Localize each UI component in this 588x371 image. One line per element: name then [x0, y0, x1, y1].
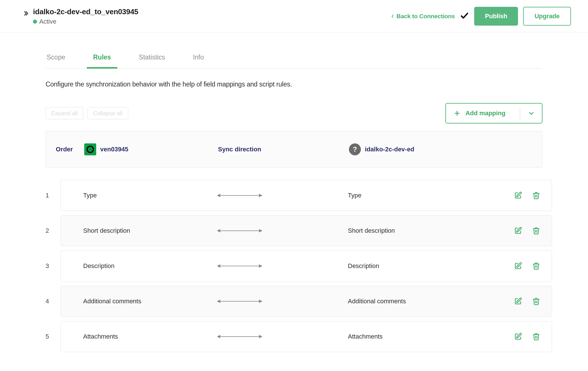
svg-marker-18 — [259, 335, 262, 338]
edit-icon[interactable] — [514, 262, 522, 270]
header-left: idalko-2c-dev-ed_to_ven03945 Active — [23, 7, 138, 25]
add-mapping-button[interactable]: Add mapping — [445, 103, 542, 123]
mapping-row[interactable]: 1TypeType — [46, 180, 542, 211]
svg-point-3 — [89, 148, 92, 151]
row-order: 4 — [46, 298, 49, 305]
target-field: Additional comments — [348, 298, 479, 305]
mapping-row[interactable]: 3DescriptionDescription — [46, 250, 542, 282]
source-field: Attachments — [83, 333, 217, 340]
sync-direction-arrow-icon — [217, 263, 348, 269]
mapping-card[interactable]: Short descriptionShort description — [60, 215, 552, 246]
back-label: Back to Connections — [396, 13, 455, 20]
col-order-label: Order — [56, 146, 84, 153]
trash-icon[interactable] — [532, 333, 540, 341]
tabs: Scope Rules Statistics Info — [46, 50, 542, 69]
status-row: Active — [33, 18, 138, 25]
sync-direction-arrow-icon — [217, 334, 348, 339]
page-title: idalko-2c-dev-ed_to_ven03945 — [33, 7, 138, 16]
svg-marker-15 — [259, 300, 262, 303]
svg-marker-6 — [259, 194, 262, 197]
tab-info[interactable]: Info — [192, 50, 205, 68]
svg-marker-8 — [217, 229, 220, 232]
row-order: 3 — [46, 262, 49, 270]
header-right: Back to Connections Publish Upgrade — [391, 7, 571, 26]
mapping-row[interactable]: 4Additional commentsAdditional comments — [46, 286, 542, 317]
target-app-icon: ? — [349, 143, 361, 155]
svg-marker-5 — [217, 194, 220, 197]
title-block: idalko-2c-dev-ed_to_ven03945 Active — [33, 7, 138, 25]
trash-icon[interactable] — [532, 297, 540, 305]
mapping-table-header: Order ven03945 Sync direction ? idalko-2… — [46, 131, 542, 168]
svg-marker-17 — [217, 335, 220, 338]
svg-marker-11 — [217, 264, 220, 268]
back-to-connections-link[interactable]: Back to Connections — [391, 13, 455, 20]
edit-icon[interactable] — [514, 227, 522, 235]
divider — [520, 108, 520, 119]
row-actions — [479, 297, 541, 305]
mapping-row[interactable]: 2Short descriptionShort description — [46, 215, 542, 246]
sync-direction-arrow-icon — [217, 228, 348, 234]
row-order: 1 — [46, 192, 49, 199]
expand-all-button[interactable]: Expand all — [46, 107, 83, 119]
publish-button[interactable]: Publish — [474, 7, 518, 26]
mapping-card[interactable]: DescriptionDescription — [60, 250, 552, 282]
trash-icon[interactable] — [532, 227, 540, 235]
sync-direction-arrow-icon — [217, 298, 348, 304]
tab-rules[interactable]: Rules — [92, 50, 112, 68]
source-field: Short description — [83, 227, 217, 234]
status-dot-icon — [33, 20, 37, 24]
tab-statistics[interactable]: Statistics — [138, 50, 166, 68]
col-direction-label: Sync direction — [218, 146, 349, 153]
source-app-icon — [84, 143, 96, 155]
col-target: ? idalko-2c-dev-ed — [349, 143, 480, 155]
trash-icon[interactable] — [532, 191, 540, 199]
plus-icon — [454, 110, 460, 116]
col-source-label: ven03945 — [100, 146, 128, 153]
status-text: Active — [39, 18, 56, 25]
source-field: Description — [83, 262, 217, 270]
row-order: 2 — [46, 227, 49, 234]
edit-icon[interactable] — [514, 297, 522, 305]
chevron-down-icon[interactable] — [528, 110, 534, 116]
check-icon — [460, 11, 469, 21]
svg-marker-14 — [217, 300, 220, 303]
tab-scope[interactable]: Scope — [46, 50, 66, 68]
page-header: idalko-2c-dev-ed_to_ven03945 Active Back… — [0, 0, 588, 32]
col-source: ven03945 — [84, 143, 218, 155]
target-field: Description — [348, 262, 479, 270]
row-actions — [479, 262, 541, 270]
mapping-card[interactable]: AttachmentsAttachments — [60, 321, 552, 352]
target-field: Type — [348, 192, 479, 199]
row-actions — [479, 191, 541, 199]
sync-direction-arrow-icon — [217, 193, 348, 198]
add-mapping-label: Add mapping — [464, 110, 513, 117]
mapping-card[interactable]: TypeType — [60, 180, 552, 211]
trash-icon[interactable] — [532, 262, 540, 270]
mapping-row[interactable]: 5AttachmentsAttachments — [46, 321, 542, 352]
edit-icon[interactable] — [514, 191, 522, 199]
row-actions — [479, 333, 541, 341]
chevron-left-icon — [391, 14, 395, 18]
row-actions — [479, 227, 541, 235]
source-field: Type — [83, 192, 217, 199]
source-field: Additional comments — [83, 298, 217, 305]
mapping-rows: 1TypeType2Short descriptionShort descrip… — [46, 180, 542, 352]
controls-row: Expand all Collapse all Add mapping — [46, 103, 542, 123]
mapping-card[interactable]: Additional commentsAdditional comments — [60, 286, 552, 317]
collapse-all-button[interactable]: Collapse all — [87, 107, 128, 119]
expand-sidebar-icon[interactable] — [23, 10, 29, 18]
edit-icon[interactable] — [514, 333, 522, 341]
page-description: Configure the synchronization behavior w… — [46, 81, 542, 88]
target-field: Attachments — [348, 333, 479, 340]
content: Scope Rules Statistics Info Configure th… — [0, 50, 588, 352]
svg-marker-12 — [259, 264, 262, 268]
col-target-label: idalko-2c-dev-ed — [365, 146, 414, 153]
svg-marker-9 — [259, 229, 262, 232]
row-order: 5 — [46, 333, 49, 340]
target-field: Short description — [348, 227, 479, 234]
upgrade-button[interactable]: Upgrade — [523, 7, 571, 26]
